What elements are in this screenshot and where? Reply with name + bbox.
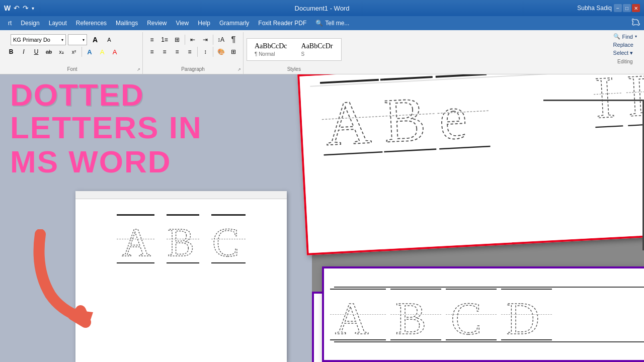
svg-text:A: A <box>335 293 368 337</box>
bottom-letter-d: D <box>505 290 548 339</box>
increase-font-btn[interactable]: A <box>89 34 101 45</box>
italic-button[interactable]: I <box>18 46 30 57</box>
window-title: Document1 - Word <box>295 5 350 12</box>
menu-mailings[interactable]: Mailings <box>112 18 142 28</box>
pink-text-overlay: DOTTED LETTERS IN MS WORD <box>10 79 202 179</box>
font-color-btn[interactable]: A <box>109 46 121 57</box>
font-group: KG Primary Do ▾ ▾ A A B I U ab x₂ x² A <box>2 32 143 74</box>
paragraph-expand-icon[interactable]: ↗ <box>237 67 241 72</box>
shading-btn[interactable]: 🎨 <box>215 46 227 57</box>
menu-help[interactable]: Help <box>194 18 214 28</box>
user-name: Subha Sadiq <box>577 5 612 12</box>
svg-text:A: A <box>122 220 151 259</box>
horizontal-line-decoration <box>543 100 644 101</box>
editing-group: 🔍 Find ▾ Replace Select ▾ Editing <box>606 30 644 74</box>
letter-a-left: A <box>117 214 154 263</box>
quick-access-more[interactable]: ▾ <box>32 6 34 11</box>
multilevel-btn[interactable]: ⊞ <box>171 34 183 45</box>
bottom-letter-b: B <box>394 290 437 339</box>
main-content: DOTTED LETTERS IN MS WORD <box>0 74 644 362</box>
sep-2 <box>185 35 185 45</box>
menu-grammarly[interactable]: Grammarly <box>215 18 253 28</box>
sort-btn[interactable]: ↕A <box>215 34 227 45</box>
underline-button[interactable]: U <box>30 46 42 57</box>
word-logo-icon: W <box>4 4 11 12</box>
highlight-btn[interactable]: A <box>96 46 108 57</box>
pink-line2: LETTERS IN <box>10 111 202 145</box>
font-name-dropdown[interactable]: KG Primary Do ▾ <box>11 34 66 45</box>
increase-indent-btn[interactable]: ⇥ <box>199 34 211 45</box>
line-spacing-btn[interactable]: ↕ <box>199 46 211 57</box>
font-size-dropdown[interactable]: ▾ <box>68 34 87 45</box>
align-left-btn[interactable]: ≡ <box>146 46 158 57</box>
svg-text:B: B <box>395 293 426 337</box>
svg-text:C: C <box>451 293 481 337</box>
style-second[interactable]: AaBbCcDr S <box>295 40 340 59</box>
search-box[interactable]: 🔍 Tell me... <box>311 18 353 28</box>
numbering-btn[interactable]: 1≡ <box>158 34 171 45</box>
menu-references[interactable]: References <box>72 18 111 28</box>
font-expand-icon[interactable]: ↗ <box>137 67 140 72</box>
right-panel: A B <box>312 74 644 362</box>
screenshot-letter-b: B <box>380 76 437 152</box>
letter-b-left: B <box>167 214 199 263</box>
replace-button[interactable]: Replace <box>610 41 640 48</box>
screenshot-letter-a: A <box>320 79 383 156</box>
justify-btn[interactable]: ≡ <box>184 46 196 57</box>
menu-review[interactable]: Review <box>143 18 171 28</box>
search-icon: 🔍 <box>315 20 323 27</box>
svg-text:D: D <box>506 293 539 337</box>
select-button[interactable]: Select ▾ <box>610 49 640 57</box>
styles-group-label: Styles <box>287 66 301 72</box>
pink-line3: MS WORD <box>10 145 202 179</box>
menu-file[interactable]: rt <box>4 18 16 28</box>
styles-group: AaBbCcDc ¶ Normal AaBbCcDr S Styles <box>244 32 345 74</box>
menu-bar: rt Design Layout References Mailings Rev… <box>0 16 644 30</box>
editing-group-label: Editing <box>610 58 640 64</box>
arrow-decoration <box>30 229 111 332</box>
subscript-btn[interactable]: x₂ <box>55 46 67 57</box>
text-effects-btn[interactable]: A <box>84 46 96 57</box>
menu-view[interactable]: View <box>172 18 193 28</box>
minimize-btn[interactable]: − <box>614 4 622 12</box>
font-size-chevron: ▾ <box>83 38 85 42</box>
bottom-letter-c: C <box>450 290 493 339</box>
decrease-font-btn[interactable]: A <box>103 34 115 45</box>
undo-btn[interactable]: ↶ <box>14 4 20 12</box>
superscript-btn[interactable]: x² <box>68 46 80 57</box>
title-bar: W ↶ ↷ ▾ Document1 - Word Subha Sadiq − □… <box>0 0 644 16</box>
style-normal[interactable]: AaBbCcDc ¶ Normal <box>248 40 294 59</box>
menu-layout[interactable]: Layout <box>45 18 71 28</box>
strikethrough-btn[interactable]: ab <box>43 46 55 57</box>
title-bar-left: W ↶ ↷ ▾ <box>4 4 34 12</box>
font-group-label: Font <box>67 66 77 72</box>
find-button[interactable]: 🔍 Find ▾ <box>610 33 640 40</box>
screenshot-top: A B <box>297 74 644 255</box>
svg-text:C: C <box>212 220 239 259</box>
left-panel: DOTTED LETTERS IN MS WORD <box>0 74 312 362</box>
bullets-btn[interactable]: ≡ <box>146 34 158 45</box>
sep-4 <box>197 47 198 57</box>
font-name-chevron: ▾ <box>61 38 63 42</box>
menu-design[interactable]: Design <box>17 18 43 28</box>
separator-1 <box>82 47 82 57</box>
ribbon-toolbar: KG Primary Do ▾ ▾ A A B I U ab x₂ x² A <box>0 30 644 74</box>
align-center-btn[interactable]: ≡ <box>158 46 171 57</box>
window-controls: − □ ✕ <box>614 4 640 12</box>
show-formatting-btn[interactable]: ¶ <box>227 34 239 45</box>
paragraph-group: ≡ 1≡ ⊞ ⇤ ⇥ ↕A ¶ ≡ ≡ ≡ ≡ ↕ 🎨 ⊞ <box>143 32 244 74</box>
title-bar-right: Subha Sadiq − □ ✕ <box>577 4 640 12</box>
svg-text:B: B <box>168 220 194 259</box>
menu-foxit[interactable]: Foxit Reader PDF <box>254 18 310 28</box>
align-right-btn[interactable]: ≡ <box>171 46 183 57</box>
sep-5 <box>213 47 213 57</box>
share-icon[interactable] <box>632 18 640 28</box>
close-btn[interactable]: ✕ <box>632 4 640 12</box>
borders-btn[interactable]: ⊞ <box>227 46 239 57</box>
bold-button[interactable]: B <box>5 46 17 57</box>
screenshot-letter-c: e <box>436 74 491 150</box>
svg-text:I: I <box>593 74 616 123</box>
redo-btn[interactable]: ↷ <box>23 4 29 12</box>
decrease-indent-btn[interactable]: ⇤ <box>187 34 199 45</box>
maximize-btn[interactable]: □ <box>623 4 631 12</box>
